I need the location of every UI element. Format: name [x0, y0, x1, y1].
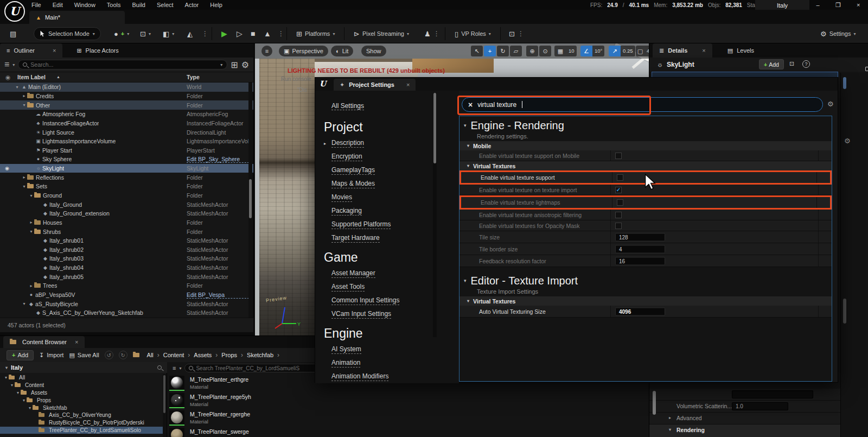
column-type[interactable]: Type — [187, 74, 200, 80]
value-input[interactable]: 4 — [615, 245, 665, 253]
expander-icon[interactable]: ▸ — [324, 141, 328, 146]
lit-dropdown[interactable]: ◐Lit — [331, 46, 353, 56]
outliner-row[interactable]: ◆Italy_GroundStaticMeshActor — [0, 200, 253, 209]
folder-tree-row[interactable]: TreePlanter_CC_by_LordSamueliSolo — [0, 427, 163, 434]
nav-all-settings[interactable]: All Settings — [331, 102, 364, 110]
section-title[interactable]: ▾Engine - Rendering — [459, 116, 832, 131]
vp-roles-dropdown[interactable]: ▯VP Roles▾ — [455, 24, 491, 43]
close-icon[interactable]: × — [53, 47, 56, 54]
outliner-row[interactable]: ▸HousesFolder — [0, 218, 253, 227]
settings-row[interactable]: Tile border size4 — [459, 243, 832, 255]
nav-scrollbar[interactable] — [433, 93, 437, 337]
world-space-button[interactable]: ⊕ — [526, 46, 538, 56]
tab-outliner[interactable]: ≡ Outliner × — [0, 43, 62, 58]
nav-item[interactable]: Animation — [331, 359, 459, 368]
gear-icon[interactable]: ⚙ — [844, 137, 851, 145]
close-icon[interactable]: × — [406, 81, 410, 88]
search-icon[interactable] — [157, 365, 162, 370]
stop-button[interactable]: ■ — [251, 24, 255, 43]
filter-icon[interactable]: ≡ — [173, 365, 176, 371]
angle-snap-button[interactable]: ∠ — [580, 46, 592, 56]
forward-button[interactable]: ↻ — [119, 351, 127, 359]
checkbox[interactable] — [617, 174, 623, 181]
settings-dropdown[interactable]: ⚙Settings▾ — [820, 24, 856, 43]
details-scrollbar-thumb[interactable] — [653, 391, 656, 415]
pixel-streaming-dropdown[interactable]: ⊳Pixel Streaming▾ — [354, 24, 409, 43]
category-header[interactable]: ▾Virtual Textures — [459, 296, 832, 306]
checkbox[interactable] — [617, 199, 623, 206]
expander-icon[interactable]: ▾ — [21, 184, 27, 189]
settings-row[interactable]: Enable virtual textures for Opacity Mask — [459, 220, 832, 231]
minimize-icon[interactable]: – — [816, 2, 820, 8]
menu-select[interactable]: Select — [157, 2, 174, 8]
folder-tree-row[interactable]: ▾Assets — [0, 389, 163, 397]
category-header[interactable]: ▾Virtual Textures — [459, 161, 832, 170]
folder-tree-row[interactable]: RustyBicycle_CC_by_PiotrPjotDyderski — [0, 419, 163, 427]
expander-icon[interactable]: ▾ — [21, 301, 27, 306]
nav-item[interactable]: AI System — [331, 345, 459, 354]
expander-icon[interactable]: ▸ — [21, 175, 27, 180]
expander-icon[interactable]: ▾ — [28, 229, 34, 234]
add-asset-button[interactable]: +Add — [7, 350, 34, 360]
outliner-row[interactable]: ●aBP_Vespa50VEdit BP_Vespa — [0, 290, 253, 300]
close-icon[interactable]: × — [702, 47, 705, 54]
move-tool-button[interactable]: + — [484, 46, 496, 56]
select-tool-button[interactable]: ↖ — [471, 46, 483, 56]
outliner-row[interactable]: ◆Italy_shrub01StaticMeshActor — [0, 236, 253, 245]
asset-item[interactable]: M_TreePlanter_swergeMaterial — [168, 427, 320, 437]
asset-item[interactable]: M_TreePlanter_rege5yhMaterial — [168, 392, 320, 410]
project-settings-header[interactable]: U ✦ Project Settings × — [315, 78, 838, 91]
tab-levels[interactable]: ▤ Levels — [721, 43, 761, 58]
tab-place-actors[interactable]: ⊞ Place Actors — [70, 43, 125, 58]
breadcrumb-item[interactable]: Content — [163, 352, 184, 358]
perspective-dropdown[interactable]: ▣Perspective — [279, 46, 328, 56]
save-button[interactable]: ▤ — [10, 24, 16, 43]
blueprint-convert-icon[interactable]: ⊡ — [789, 60, 794, 67]
asset-search-input[interactable]: Search TreePlanter_CC_by_LordSamueliS — [184, 364, 320, 372]
breadcrumb-item[interactable]: Sketchfab — [247, 352, 273, 358]
asset-item[interactable]: M_TreePlanter_rgergheMaterial — [168, 410, 320, 427]
grid-snap-value[interactable]: 10 — [566, 46, 577, 56]
nav-item[interactable]: Encryption — [331, 153, 459, 161]
selection-mode-dropdown[interactable]: Selection Mode ▾ — [34, 27, 101, 40]
checkbox[interactable]: ✓ — [615, 187, 622, 193]
settings-row[interactable]: Tile size128 — [459, 231, 832, 243]
lock-icon[interactable] — [865, 67, 868, 71]
outliner-row[interactable]: ◆Italy_shrub04StaticMeshActor — [0, 263, 253, 273]
edit-blueprint-link[interactable]: Edit BP_Sky_Sphere — [187, 156, 252, 163]
folder-tree-row[interactable]: ▾Content — [0, 382, 163, 389]
outliner-row[interactable]: ▾OtherFolder — [0, 100, 253, 110]
save-all-button[interactable]: ▤Save All — [69, 352, 99, 359]
folder-tree-row[interactable]: ▾Props — [0, 396, 163, 404]
nav-item[interactable]: ▸Description — [331, 139, 459, 148]
settings-row[interactable]: Auto Virtual Texturing Size4096 — [459, 306, 832, 318]
folder-tree-row[interactable]: Axis_CC_by_OliverYeung — [0, 411, 163, 419]
multi-user-button[interactable]: ♟⋮ — [424, 24, 440, 43]
rotate-tool-button[interactable]: ↻ — [497, 46, 509, 56]
nav-item[interactable]: Common Input Settings — [331, 296, 459, 305]
breadcrumb-item[interactable]: All — [147, 352, 154, 358]
outliner-row[interactable]: ⚑Player StartPlayerStart — [0, 145, 253, 155]
value-input[interactable]: 16 — [615, 257, 665, 265]
outliner-row[interactable]: ▾▲Main (Editor)World — [0, 83, 253, 92]
outliner-row[interactable]: ▸CreditsFolder — [0, 92, 253, 101]
expander-icon[interactable]: ▾ — [14, 85, 20, 90]
outliner-row[interactable]: ●Sky SphereEdit BP_Sky_Sphere — [0, 155, 253, 164]
checkbox[interactable] — [615, 153, 622, 159]
close-icon[interactable]: × — [857, 2, 860, 8]
outliner-scrollbar[interactable] — [248, 83, 252, 318]
tab-content-browser[interactable]: Content Browser × — [3, 336, 85, 348]
editor-modes-button[interactable]: ◭ — [187, 24, 193, 43]
scale-snap-value[interactable]: 0.25 — [621, 46, 635, 56]
value-input[interactable]: 4096 — [615, 307, 665, 315]
settings-search-input[interactable]: × virtual texture — [462, 97, 823, 112]
expander-icon[interactable]: ▾ — [15, 390, 21, 395]
edit-blueprint-link[interactable]: Edit BP_Vespa — [187, 292, 252, 299]
add-component-button[interactable]: +Add — [759, 59, 784, 69]
outliner-row[interactable]: ◉☼SkyLightSkyLight — [0, 164, 253, 173]
restore-icon[interactable]: ❐ — [835, 2, 841, 9]
settings-row[interactable]: Enable virtual texture on texture import… — [459, 185, 832, 195]
nav-item[interactable]: Movies — [331, 193, 459, 202]
angle-snap-value[interactable]: 10° — [592, 46, 604, 56]
scrollbar-thumb[interactable] — [163, 375, 165, 413]
